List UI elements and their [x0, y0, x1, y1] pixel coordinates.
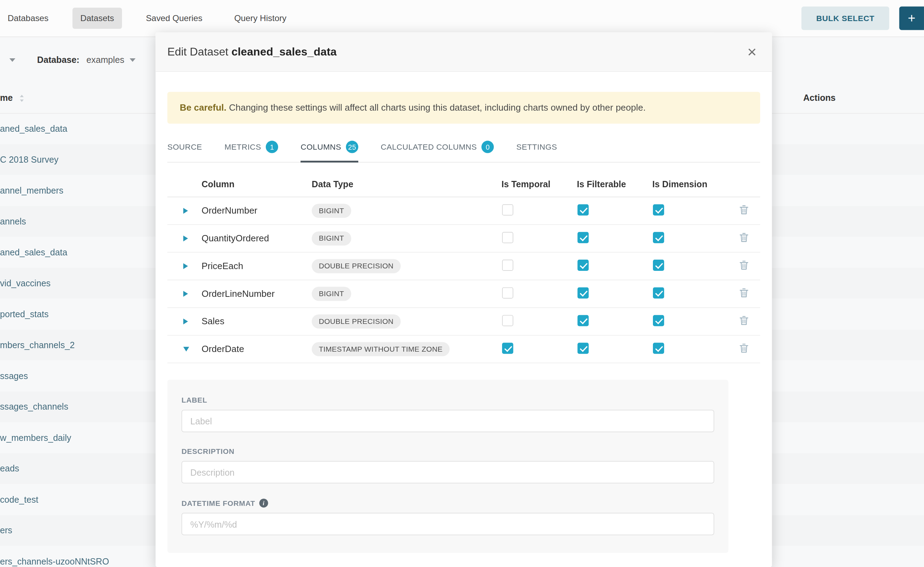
is-filterable-checkbox[interactable]: [577, 315, 588, 326]
label-input[interactable]: [181, 410, 714, 432]
is-temporal-checkbox[interactable]: [502, 315, 513, 326]
expand-caret-icon[interactable]: [183, 291, 188, 297]
is-temporal-checkbox[interactable]: [502, 342, 513, 354]
dataset-name-link[interactable]: C 2018 Survey: [0, 154, 59, 164]
is-temporal-header: Is Temporal: [501, 179, 577, 189]
is-filterable-checkbox[interactable]: [577, 232, 588, 243]
tab-columns[interactable]: COLUMNS25: [301, 133, 358, 162]
is-filterable-checkbox[interactable]: [577, 259, 588, 270]
dataset-name-link[interactable]: vid_vaccines: [0, 278, 51, 288]
is-dimension-checkbox[interactable]: [653, 342, 664, 354]
dataset-name-link[interactable]: ers_channels-uzooNNtSRO: [0, 556, 109, 566]
dataset-name-link[interactable]: ssages: [0, 370, 28, 381]
nav-item-saved-queries[interactable]: Saved Queries: [138, 8, 210, 29]
delete-column-button[interactable]: [737, 314, 751, 330]
delete-column-button[interactable]: [737, 258, 751, 274]
nav-item-datasets[interactable]: Datasets: [73, 8, 122, 29]
dataset-name-link[interactable]: w_members_daily: [0, 432, 71, 442]
trash-icon: [739, 343, 748, 353]
dataset-name-link[interactable]: mbers_channels_2: [0, 340, 75, 350]
delete-column-button[interactable]: [737, 341, 751, 357]
trash-icon: [739, 288, 748, 298]
is-temporal-checkbox[interactable]: [502, 287, 513, 298]
dataset-name-link[interactable]: ers: [0, 525, 12, 535]
name-column-header[interactable]: me: [0, 92, 13, 102]
edit-dataset-modal: Edit Dataset cleaned_sales_data × Be car…: [155, 32, 772, 567]
is-temporal-checkbox[interactable]: [502, 204, 513, 215]
trash-icon: [739, 315, 748, 325]
columns-table-header: Column Data Type Is Temporal Is Filterab…: [167, 171, 760, 197]
label-field-label-text: LABEL: [181, 396, 207, 404]
warning-bold-text: Be careful.: [180, 103, 226, 112]
warning-banner: Be careful. Changing these settings will…: [167, 92, 760, 124]
description-field-label-text: DESCRIPTION: [181, 447, 235, 456]
tab-label: SOURCE: [167, 142, 202, 152]
label-field-label: LABEL: [181, 396, 714, 404]
column-header: Column: [202, 179, 312, 189]
is-dimension-checkbox[interactable]: [653, 232, 664, 243]
tab-settings[interactable]: SETTINGS: [516, 135, 557, 160]
dataset-name-link[interactable]: aned_sales_data: [0, 248, 68, 257]
is-dimension-checkbox[interactable]: [653, 259, 664, 270]
actions-column-header: Actions: [803, 92, 835, 102]
chevron-down-icon[interactable]: [9, 58, 15, 62]
tab-metrics[interactable]: METRICS1: [225, 133, 278, 162]
is-filterable-checkbox[interactable]: [577, 342, 588, 354]
bulk-select-button[interactable]: BULK SELECT: [802, 6, 889, 30]
expand-caret-icon[interactable]: [183, 319, 188, 325]
dataset-name-link[interactable]: eads: [0, 464, 20, 473]
datetime-format-input[interactable]: [181, 513, 714, 536]
modal-header: Edit Dataset cleaned_sales_data ×: [155, 32, 772, 72]
column-type-pill: BIGINT: [312, 204, 351, 218]
add-dataset-button[interactable]: +: [899, 6, 924, 30]
description-input[interactable]: [181, 461, 714, 483]
chevron-down-icon: [130, 58, 136, 62]
column-type-pill: TIMESTAMP WITHOUT TIME ZONE: [312, 342, 450, 356]
column-type-pill: DOUBLE PRECISION: [312, 259, 401, 273]
database-filter-select[interactable]: examples: [86, 55, 135, 64]
column-row: OrderNumber BIGINT: [167, 197, 760, 225]
top-nav: DatabasesDatasetsSaved QueriesQuery Hist…: [0, 0, 924, 37]
expand-caret-icon[interactable]: [183, 236, 188, 242]
expand-caret-icon[interactable]: [183, 208, 188, 214]
is-temporal-checkbox[interactable]: [502, 232, 513, 243]
datetime-format-field: DATETIME FORMAT i: [181, 499, 714, 536]
tab-calculated-columns[interactable]: CALCULATED COLUMNS0: [381, 133, 494, 162]
dataset-name-link[interactable]: annel_members: [0, 186, 63, 195]
is-filterable-checkbox[interactable]: [577, 287, 588, 298]
trash-icon: [739, 232, 748, 242]
delete-column-button[interactable]: [737, 286, 751, 302]
tab-count-badge: 0: [482, 141, 494, 153]
column-row: OrderLineNumber BIGINT: [167, 280, 760, 308]
dataset-name-link[interactable]: aned_sales_data: [0, 124, 68, 134]
is-dimension-checkbox[interactable]: [653, 204, 664, 215]
nav-item-query-history[interactable]: Query History: [226, 8, 294, 29]
delete-column-button[interactable]: [737, 230, 751, 247]
columns-table-body: OrderNumber BIGINT QuantityOrdered BIGIN…: [167, 197, 760, 363]
column-row: OrderDate TIMESTAMP WITHOUT TIME ZONE: [167, 336, 760, 363]
is-dimension-checkbox[interactable]: [653, 287, 664, 298]
column-detail-panel: LABEL DESCRIPTION DATETIME FORMAT i: [167, 380, 728, 553]
is-dimension-checkbox[interactable]: [653, 315, 664, 326]
column-name: OrderLineNumber: [202, 288, 312, 299]
close-icon[interactable]: ×: [743, 44, 760, 60]
expand-caret-icon[interactable]: [183, 347, 189, 351]
dataset-name-link[interactable]: ssages_channels: [0, 402, 68, 411]
tab-source[interactable]: SOURCE: [167, 135, 202, 160]
column-name: Sales: [202, 316, 312, 327]
description-field-label: DESCRIPTION: [181, 447, 714, 456]
is-filterable-checkbox[interactable]: [577, 204, 588, 215]
modal-tabs: SOURCEMETRICS1COLUMNS25CALCULATED COLUMN…: [167, 133, 760, 163]
sort-icon[interactable]: [19, 94, 25, 105]
info-icon[interactable]: i: [259, 499, 268, 508]
dataset-name-link[interactable]: code_test: [0, 494, 38, 504]
dataset-name-link[interactable]: ported_stats: [0, 309, 48, 319]
is-temporal-checkbox[interactable]: [502, 259, 513, 270]
tab-count-badge: 1: [266, 141, 278, 153]
tab-count-badge: 25: [346, 141, 358, 153]
column-name: PriceEach: [202, 261, 312, 271]
expand-caret-icon[interactable]: [183, 263, 188, 269]
dataset-name-link[interactable]: annels: [0, 216, 26, 226]
nav-item-databases[interactable]: Databases: [0, 8, 56, 29]
delete-column-button[interactable]: [737, 203, 751, 219]
